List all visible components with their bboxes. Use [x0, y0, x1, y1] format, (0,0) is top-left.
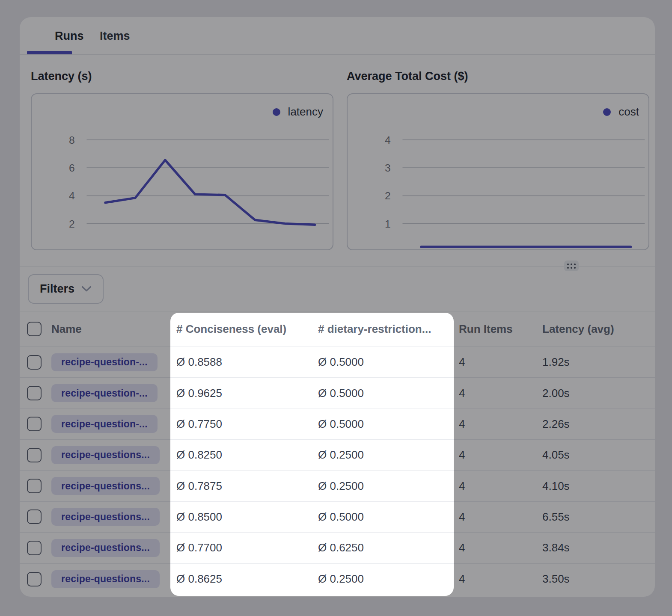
latency-avg-value: 2.00s [537, 387, 655, 400]
run-name-badge[interactable]: recipe-questions... [51, 477, 160, 495]
row-checkbox-cell [20, 417, 51, 431]
conciseness-value: Ø 0.8500 [170, 510, 315, 524]
tab-bar: Runs Items [20, 17, 655, 55]
run-name-badge[interactable]: recipe-questions... [51, 446, 160, 464]
cost-chart-legend: cost [603, 105, 639, 118]
cost-chart: 1234 cost [347, 93, 649, 250]
conciseness-value: Ø 0.7875 [170, 480, 315, 493]
y-tick-label: 2 [385, 190, 391, 201]
header-dietary: # dietary-restriction... [315, 323, 454, 336]
run-name-cell: recipe-questions... [51, 477, 170, 495]
latency-chart-legend: latency [273, 105, 323, 118]
tab-runs-label: Runs [55, 30, 84, 43]
run-name-badge[interactable]: recipe-question-... [51, 384, 158, 402]
run-name-cell: recipe-questions... [51, 570, 170, 588]
row-checkbox[interactable] [27, 541, 42, 555]
dietary-value: Ø 0.2500 [315, 480, 454, 493]
latency-avg-value: 6.55s [537, 510, 655, 524]
chevron-down-icon [81, 286, 92, 292]
drag-handle[interactable] [564, 261, 579, 271]
row-checkbox-cell [20, 479, 51, 493]
legend-dot-icon [603, 108, 611, 116]
main-panel: Runs Items Latency (s) Average Total Cos… [20, 17, 655, 597]
conciseness-value: Ø 0.9625 [170, 387, 315, 400]
table-body: recipe-question-... Ø 0.8588 Ø 0.5000 4 … [20, 347, 655, 595]
cost-chart-title: Average Total Cost ($) [347, 70, 468, 83]
run-name-label: recipe-questions... [61, 511, 150, 523]
tab-items[interactable]: Items [100, 17, 130, 55]
dietary-value: Ø 0.2500 [315, 448, 454, 462]
row-checkbox[interactable] [27, 417, 42, 431]
legend-label: cost [618, 105, 639, 118]
latency-avg-value: 4.10s [537, 480, 655, 493]
row-checkbox-cell [20, 572, 51, 586]
conciseness-value: Ø 0.7750 [170, 418, 315, 431]
dietary-value: Ø 0.5000 [315, 355, 454, 369]
run-items-value: 4 [454, 480, 537, 493]
header-run-items: Run Items [454, 323, 537, 336]
select-all-checkbox[interactable] [27, 322, 42, 336]
header-latency-avg: Latency (avg) [537, 323, 655, 336]
run-items-value: 4 [454, 355, 537, 369]
run-name-badge[interactable]: recipe-questions... [51, 539, 160, 557]
run-name-label: recipe-questions... [61, 480, 150, 492]
table-row: recipe-questions... Ø 0.7875 Ø 0.2500 4 … [20, 471, 655, 501]
run-name-label: recipe-questions... [61, 542, 150, 554]
run-name-badge[interactable]: recipe-questions... [51, 508, 160, 526]
conciseness-value: Ø 0.8250 [170, 448, 315, 462]
run-name-cell: recipe-question-... [51, 384, 170, 402]
run-name-badge[interactable]: recipe-question-... [51, 353, 158, 371]
dietary-value: Ø 0.5000 [315, 418, 454, 431]
run-items-value: 4 [454, 448, 537, 462]
run-name-label: recipe-questions... [61, 573, 150, 585]
table-row: recipe-questions... Ø 0.8500 Ø 0.5000 4 … [20, 502, 655, 533]
y-tick-label: 1 [385, 218, 391, 230]
conciseness-value: Ø 0.8588 [170, 355, 315, 369]
legend-dot-icon [273, 108, 280, 116]
row-checkbox-cell [20, 509, 51, 524]
grip-dots-icon [567, 264, 576, 269]
row-checkbox[interactable] [27, 448, 42, 462]
row-checkbox-cell [20, 386, 51, 400]
run-items-value: 4 [454, 387, 537, 400]
run-name-label: recipe-question-... [61, 356, 148, 368]
row-checkbox[interactable] [27, 355, 42, 370]
y-tick-label: 2 [69, 218, 75, 230]
conciseness-value: Ø 0.7700 [170, 541, 315, 554]
run-name-badge[interactable]: recipe-question-... [51, 415, 158, 433]
row-checkbox[interactable] [27, 572, 42, 586]
latency-avg-value: 2.26s [537, 418, 655, 431]
dietary-value: Ø 0.6250 [315, 541, 454, 554]
run-items-value: 4 [454, 418, 537, 431]
tab-items-label: Items [100, 30, 130, 43]
y-tick-label: 4 [385, 134, 391, 146]
header-name: Name [51, 323, 170, 336]
runs-table: Name # Conciseness (eval) # dietary-rest… [20, 311, 655, 595]
latency-avg-value: 4.05s [537, 448, 655, 462]
dietary-value: Ø 0.5000 [315, 510, 454, 524]
active-tab-underline [27, 51, 72, 54]
table-row: recipe-question-... Ø 0.7750 Ø 0.5000 4 … [20, 409, 655, 440]
table-header-row: Name # Conciseness (eval) # dietary-rest… [20, 311, 655, 347]
row-checkbox[interactable] [27, 386, 42, 400]
run-name-cell: recipe-question-... [51, 353, 170, 371]
filters-button-label: Filters [40, 282, 74, 296]
latency-avg-value: 1.92s [537, 355, 655, 369]
filters-button[interactable]: Filters [28, 274, 104, 304]
table-row: recipe-question-... Ø 0.9625 Ø 0.5000 4 … [20, 378, 655, 409]
latency-chart: 2468 latency [31, 93, 333, 250]
row-checkbox[interactable] [27, 509, 42, 524]
table-row: recipe-questions... Ø 0.8625 Ø 0.2500 4 … [20, 564, 655, 595]
section-divider [20, 266, 655, 267]
run-name-cell: recipe-question-... [51, 415, 170, 433]
run-name-badge[interactable]: recipe-questions... [51, 570, 160, 588]
table-row: recipe-question-... Ø 0.8588 Ø 0.5000 4 … [20, 347, 655, 378]
y-tick-label: 8 [69, 134, 75, 146]
table-row: recipe-questions... Ø 0.8250 Ø 0.2500 4 … [20, 440, 655, 471]
run-items-value: 4 [454, 541, 537, 554]
tab-runs[interactable]: Runs [55, 17, 84, 55]
run-name-cell: recipe-questions... [51, 508, 170, 526]
row-checkbox[interactable] [27, 479, 42, 493]
row-checkbox-cell [20, 541, 51, 555]
latency-avg-value: 3.50s [537, 572, 655, 586]
